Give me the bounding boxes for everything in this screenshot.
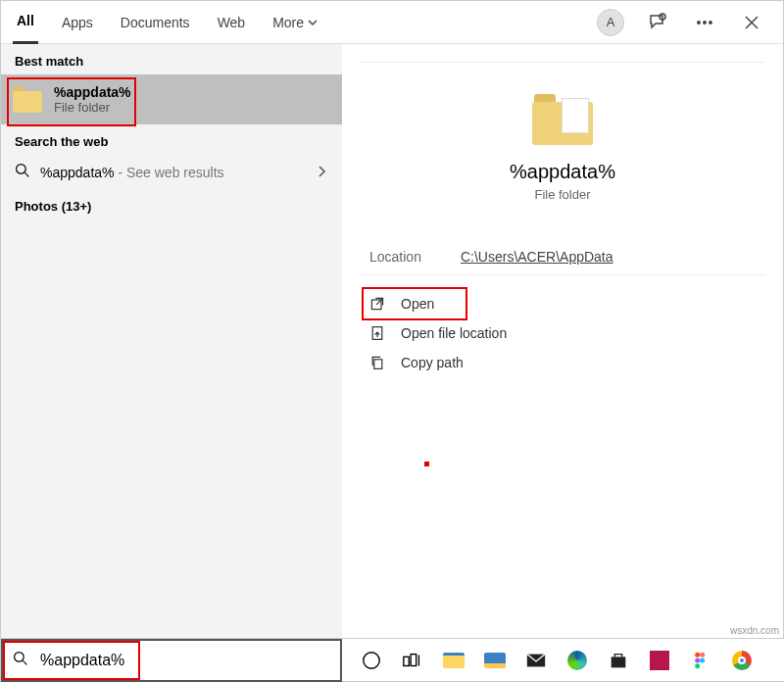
svg-point-15: [700, 658, 705, 662]
open-icon: [369, 296, 385, 312]
web-result-title: %appdata%: [40, 165, 115, 180]
svg-rect-10: [404, 657, 410, 665]
edge-icon[interactable]: [565, 649, 589, 672]
detail-subtitle: File folder: [534, 187, 590, 202]
details-panel: %appdata% File folder Location C:\Users\…: [342, 44, 783, 640]
web-result[interactable]: %appdata% - See web results: [1, 155, 342, 189]
app-icon-blue[interactable]: [483, 649, 507, 672]
app-icon-pink[interactable]: [648, 649, 671, 672]
tab-more[interactable]: More: [269, 1, 321, 44]
watermark: wsxdn.com: [730, 625, 779, 636]
action-open-location-label: Open file location: [401, 325, 507, 341]
results-panel: Best match %appdata% File folder Search …: [1, 44, 342, 640]
marker-dot: [424, 462, 429, 466]
mail-icon[interactable]: [524, 649, 548, 672]
taskbar: [1, 638, 784, 681]
cortana-icon[interactable]: [360, 649, 383, 672]
action-open[interactable]: Open: [362, 289, 763, 318]
search-web-header: Search the web: [1, 124, 342, 155]
search-window: All Apps Documents Web More A Best match: [0, 0, 784, 682]
tab-apps[interactable]: Apps: [58, 1, 97, 44]
avatar: A: [597, 9, 624, 36]
account-button[interactable]: A: [591, 3, 630, 42]
search-input[interactable]: [38, 651, 330, 670]
action-copy-path-label: Copy path: [401, 355, 464, 370]
actions-list: Open Open file location Copy path: [360, 275, 765, 391]
taskbar-search[interactable]: [1, 639, 342, 682]
search-icon: [13, 651, 28, 669]
taskbar-icons: [342, 649, 754, 672]
more-options-button[interactable]: [685, 3, 724, 42]
web-result-subtitle: - See web results: [115, 165, 224, 180]
detail-title: %appdata%: [510, 161, 615, 183]
store-icon[interactable]: [607, 649, 630, 672]
svg-point-2: [704, 21, 706, 23]
tab-web[interactable]: Web: [214, 1, 250, 44]
close-button[interactable]: [732, 3, 771, 42]
folder-icon: [13, 87, 42, 113]
best-match-title: %appdata%: [54, 84, 131, 100]
svg-rect-11: [411, 654, 416, 665]
search-icon: [15, 163, 30, 181]
location-label: Location: [369, 249, 421, 265]
svg-rect-7: [374, 360, 382, 369]
tab-all[interactable]: All: [13, 1, 38, 44]
svg-point-3: [710, 21, 711, 23]
chevron-right-icon: [317, 165, 328, 180]
svg-point-14: [695, 658, 700, 662]
action-copy-path[interactable]: Copy path: [362, 348, 763, 377]
location-path[interactable]: C:\Users\ACER\AppData: [461, 249, 613, 265]
close-icon: [744, 15, 760, 30]
best-match-result[interactable]: %appdata% File folder: [1, 74, 342, 124]
task-view-icon[interactable]: [401, 649, 424, 672]
action-open-location[interactable]: Open file location: [362, 318, 763, 348]
svg-point-9: [364, 652, 380, 668]
chevron-down-icon: [308, 18, 318, 27]
best-match-subtitle: File folder: [54, 100, 131, 115]
photos-header[interactable]: Photos (13+): [1, 189, 342, 219]
figma-icon[interactable]: [689, 649, 712, 672]
tab-documents[interactable]: Documents: [117, 1, 194, 44]
folder-icon-large: [532, 94, 593, 145]
svg-point-1: [698, 21, 700, 23]
filter-tabs: All Apps Documents Web More: [13, 1, 321, 44]
chrome-icon[interactable]: [730, 649, 754, 672]
file-explorer-icon[interactable]: [442, 649, 466, 672]
svg-point-4: [17, 165, 26, 174]
file-location-icon: [369, 325, 385, 341]
svg-point-16: [695, 663, 700, 668]
svg-point-13: [700, 652, 705, 657]
best-match-header: Best match: [1, 44, 342, 74]
feedback-button[interactable]: [638, 3, 677, 42]
topbar: All Apps Documents Web More A: [1, 1, 783, 44]
content-body: Best match %appdata% File folder Search …: [1, 44, 783, 640]
copy-icon: [369, 355, 385, 370]
action-open-label: Open: [401, 296, 434, 312]
tab-more-label: More: [272, 15, 304, 30]
location-row: Location C:\Users\ACER\AppData: [360, 227, 765, 275]
svg-point-8: [15, 653, 24, 662]
svg-point-12: [695, 652, 700, 657]
